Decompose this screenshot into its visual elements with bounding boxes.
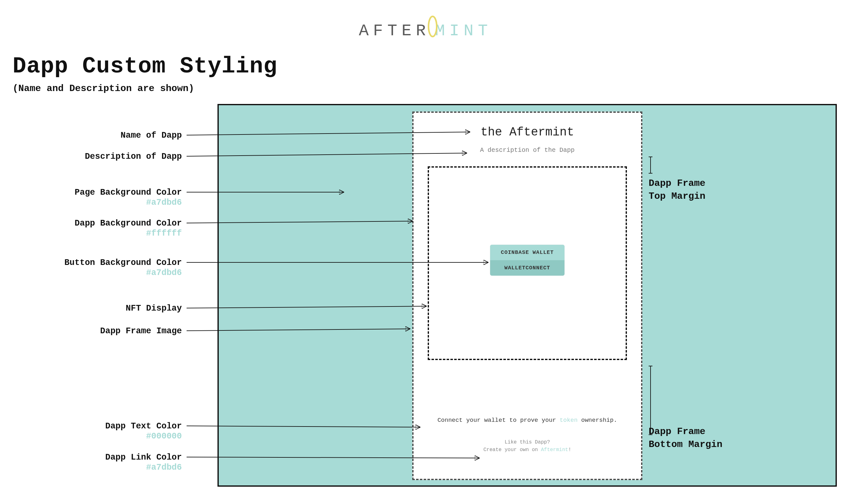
logo-ring-icon bbox=[427, 15, 439, 38]
svg-point-0 bbox=[429, 16, 437, 37]
label-line2: Bottom Margin bbox=[649, 438, 722, 451]
label-text: Page Background Color bbox=[75, 188, 182, 197]
label-line1: Dapp Frame bbox=[649, 177, 705, 190]
label-dapp-link-color: Dapp Link Color #a7dbd6 bbox=[105, 453, 182, 472]
dapp-description: A description of the Dapp bbox=[413, 146, 641, 154]
nft-display: COINBASE WALLET WALLETCONNECT bbox=[428, 166, 627, 360]
connect-prefix: Connect your wallet to prove your bbox=[438, 417, 560, 424]
label-text: Dapp Link Color bbox=[105, 453, 182, 462]
label-dapp-bg-color: Dapp Background Color #ffffff bbox=[75, 219, 182, 238]
like-dapp-text: Like this Dapp? bbox=[413, 439, 641, 445]
dapp-name: the Aftermint bbox=[413, 125, 641, 139]
page-heading: Dapp Custom Styling (Name and Descriptio… bbox=[13, 54, 277, 94]
aftermint-link[interactable]: Aftermint bbox=[541, 447, 568, 453]
label-text: Dapp Frame Image bbox=[100, 326, 182, 336]
label-hex: #a7dbd6 bbox=[75, 198, 182, 207]
label-text: Dapp Background Color bbox=[75, 219, 182, 228]
label-text: Name of Dapp bbox=[121, 131, 182, 140]
label-line1: Dapp Frame bbox=[649, 425, 722, 438]
label-text: Description of Dapp bbox=[85, 152, 182, 161]
label-description-of-dapp: Description of Dapp bbox=[85, 152, 182, 161]
logo: AFTERMINT bbox=[359, 13, 492, 40]
connect-suffix: ownership. bbox=[578, 417, 617, 424]
label-dapp-text-color: Dapp Text Color #000000 bbox=[105, 421, 182, 441]
page-title: Dapp Custom Styling bbox=[13, 54, 277, 79]
dapp-frame: the Aftermint A description of the Dapp … bbox=[412, 111, 642, 480]
label-dapp-frame-image: Dapp Frame Image bbox=[100, 326, 182, 336]
page-background-stage: the Aftermint A description of the Dapp … bbox=[217, 104, 837, 487]
label-hex: #a7dbd6 bbox=[64, 268, 182, 277]
label-text: Dapp Text Color bbox=[105, 421, 182, 431]
label-hex: #000000 bbox=[105, 432, 182, 441]
label-hex: #ffffff bbox=[75, 229, 182, 238]
walletconnect-button[interactable]: WALLETCONNECT bbox=[490, 260, 565, 276]
coinbase-wallet-button[interactable]: COINBASE WALLET bbox=[490, 245, 565, 260]
label-bottom-margin: Dapp Frame Bottom Margin bbox=[649, 425, 722, 451]
page-subtitle: (Name and Description are shown) bbox=[13, 83, 277, 94]
label-button-bg-color: Button Background Color #a7dbd6 bbox=[64, 258, 182, 277]
label-text: NFT Display bbox=[126, 304, 182, 313]
label-page-bg-color: Page Background Color #a7dbd6 bbox=[75, 188, 182, 207]
token-link[interactable]: token bbox=[560, 417, 578, 424]
create-own-text: Create your own on Aftermint! bbox=[413, 447, 641, 453]
label-name-of-dapp: Name of Dapp bbox=[121, 131, 182, 140]
connect-wallet-text: Connect your wallet to prove your token … bbox=[413, 417, 641, 424]
create-suffix: ! bbox=[568, 447, 571, 453]
wallet-buttons: COINBASE WALLET WALLETCONNECT bbox=[490, 245, 565, 276]
logo-text-right: MINT bbox=[435, 22, 492, 40]
label-line2: Top Margin bbox=[649, 190, 705, 203]
create-prefix: Create your own on bbox=[483, 447, 541, 453]
label-hex: #a7dbd6 bbox=[105, 463, 182, 472]
label-text: Button Background Color bbox=[64, 258, 182, 267]
label-top-margin: Dapp Frame Top Margin bbox=[649, 177, 705, 203]
logo-text-left: AFTER bbox=[359, 22, 430, 40]
label-nft-display: NFT Display bbox=[126, 304, 182, 313]
